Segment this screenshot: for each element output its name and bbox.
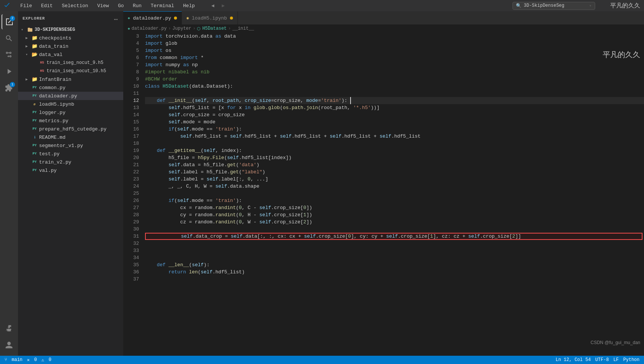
tree-item-logger[interactable]: PY logger.py xyxy=(18,108,123,117)
tree-root[interactable]: ▾ 3D-SKIPDENSESEG xyxy=(18,26,123,34)
tab-dataloader[interactable]: ◈ dataloader.py xyxy=(123,11,182,24)
code-line-14: self.crop_size = crop_size xyxy=(145,111,644,118)
code-line-22: self.label = h5_file.get("label") xyxy=(145,168,644,176)
sidebar: EXPLORER … ▾ 3D-SKIPDENSESEG ▶ 📁 checkpo… xyxy=(18,11,123,356)
tree-label4: InfantBrain xyxy=(39,77,71,82)
root-label: 3D-SKIPDENSESEG xyxy=(35,27,75,32)
metrics-label: metrics.py xyxy=(39,118,68,124)
navigation-back[interactable]: ◀ xyxy=(212,3,215,9)
tree-item-metrics[interactable]: PY metrics.py xyxy=(18,117,123,125)
tree-item-common[interactable]: PY common.py xyxy=(18,83,123,92)
bc-item-2[interactable]: Jupyter xyxy=(172,26,191,31)
code-line-4: import glob xyxy=(145,40,644,47)
code-line-5: import os xyxy=(145,47,644,54)
error-count: 0 xyxy=(34,357,37,362)
line-col[interactable]: Ln 12, Col 54 xyxy=(556,357,591,362)
menu-selection[interactable]: Selection xyxy=(60,2,89,9)
tree-label2: data_train xyxy=(39,44,68,49)
encoding[interactable]: UTF-8 xyxy=(595,357,609,362)
tree-item-data-val[interactable]: ▾ 📂 data_val xyxy=(18,50,123,59)
menu-file[interactable]: File xyxy=(19,2,33,9)
bc-item-4[interactable]: __init__ xyxy=(233,26,254,31)
bc-sep2: › xyxy=(193,26,195,31)
tree-item-segmentor[interactable]: PY segmentor_v1.py xyxy=(18,141,123,150)
language-mode[interactable]: Python xyxy=(623,357,639,362)
file-h5-icon: H5 xyxy=(39,60,45,66)
activity-account[interactable] xyxy=(2,338,17,353)
activity-explorer[interactable]: 2 xyxy=(2,14,17,29)
line-ending[interactable]: LF xyxy=(613,357,618,362)
file-py-icon7: PY xyxy=(32,151,38,157)
tab-modified-dot xyxy=(174,17,177,20)
code-line-28: cy = random.randint(0, H - self.crop_siz… xyxy=(145,211,644,218)
line-numbers: 34567 891011 12 1314151617 1819202122 23… xyxy=(123,33,142,356)
menu-view[interactable]: View xyxy=(96,2,110,9)
activity-source-control[interactable] xyxy=(2,47,17,62)
code-line-7: import numpy as np xyxy=(145,61,644,68)
file-py-icon4: PY xyxy=(32,118,38,124)
editor[interactable]: 34567 891011 12 1314151617 1819202122 23… xyxy=(123,33,644,356)
tree-item-h5-1[interactable]: H5 train_iseg_nocut_9.h5 xyxy=(18,59,123,67)
code-line-23: self.label = self.label[:, 0, ...] xyxy=(145,176,644,183)
bc-py-icon: ◈ xyxy=(128,26,130,31)
folder-open-icon: 📂 xyxy=(32,52,38,58)
bc-item-3[interactable]: H5Dataset xyxy=(202,26,227,31)
file-py-icon3: PY xyxy=(32,109,38,115)
file-h5-icon2: H5 xyxy=(39,68,45,74)
code-editor[interactable]: import torchvision.data as data import g… xyxy=(142,33,644,356)
file-py-icon5: PY xyxy=(32,126,38,132)
search-box[interactable]: 🔍 3D-SkipDenseSeg ▾ xyxy=(512,2,595,10)
tree-item-infantbrain[interactable]: ▶ 📁 InfantBrain xyxy=(18,75,123,83)
menu-edit[interactable]: Edit xyxy=(39,2,54,9)
code-line-15: self.mode = mode xyxy=(145,118,644,126)
activity-testing[interactable] xyxy=(2,321,17,336)
menu-run[interactable]: Run xyxy=(131,2,143,9)
tree-item-checkpoints[interactable]: ▶ 📁 checkpoints xyxy=(18,34,123,42)
activity-extensions[interactable]: 1 xyxy=(2,80,17,96)
file-md-icon: ℹ xyxy=(32,134,38,140)
tree-item-loadh5[interactable]: ⌀ loadH5.ipynb xyxy=(18,100,123,108)
watermark-title: 平凡的久久 xyxy=(610,2,640,10)
tree-item-dataloader[interactable]: PY dataloader.py xyxy=(18,92,123,100)
val-label: val.py xyxy=(39,168,57,173)
tree-item-data-train[interactable]: ▶ 📁 data_train xyxy=(18,42,123,50)
logger-label: logger.py xyxy=(39,110,65,115)
file-py-icon: PY xyxy=(32,85,38,91)
menu-go[interactable]: Go xyxy=(116,2,125,9)
navigation-forward[interactable]: ▶ xyxy=(222,3,225,9)
bc-sep1: › xyxy=(168,26,171,31)
tab-loadh5[interactable]: ◉ loadH5.ipynb xyxy=(182,11,238,24)
file-py-icon8: PY xyxy=(32,159,38,165)
git-branch-icon: ⑂ xyxy=(5,357,7,362)
code-line-17: self.hdf5_list = self.hdf5_list + self.h… xyxy=(145,133,644,140)
activity-run-debug[interactable] xyxy=(2,64,17,79)
menu-terminal[interactable]: Terminal xyxy=(149,2,175,9)
tabs-bar: ◈ dataloader.py ◉ loadH5.ipynb xyxy=(123,11,644,24)
sidebar-header: EXPLORER … xyxy=(18,11,123,26)
code-line-36: return len(self.hdf5_list) xyxy=(145,268,644,276)
tree-item-readme[interactable]: ℹ README.md xyxy=(18,133,123,141)
tree-item-test[interactable]: PY test.py xyxy=(18,150,123,158)
code-line-20: h5_file = h5py.File(self.hdf5_list[index… xyxy=(145,154,644,161)
bc-class-icon: ⬡ xyxy=(197,26,201,31)
search-text: 3D-SkipDenseSeg xyxy=(524,3,564,8)
h5-label1: train_iseg_nocut_9.h5 xyxy=(47,60,103,65)
explorer-title: EXPLORER xyxy=(23,16,45,21)
activity-search[interactable] xyxy=(2,31,17,46)
titlebar: File Edit Selection View Go Run Terminal… xyxy=(0,0,644,11)
activity-bar: 2 1 xyxy=(0,11,18,356)
menu-help[interactable]: Help xyxy=(181,2,196,9)
tab-loadh5-label: loadH5.ipynb xyxy=(192,15,227,21)
code-line-26: if(self.mode == 'train'): xyxy=(145,197,644,204)
tree-item-prepare[interactable]: PY prepare_hdf5_cutedge.py xyxy=(18,125,123,133)
tree-item-h5-2[interactable]: H5 train_iseg_nocut_10.h5 xyxy=(18,67,123,75)
tree-item-val[interactable]: PY val.py xyxy=(18,166,123,174)
bc-item-1[interactable]: dataloader.py xyxy=(132,26,167,31)
folder-icon xyxy=(27,27,33,33)
code-line-10: class H5Dataset(data.Dataset): xyxy=(145,83,644,90)
tree-item-train[interactable]: PY train_v2.py xyxy=(18,158,123,166)
new-file-icon[interactable]: … xyxy=(113,14,119,23)
code-line-25 xyxy=(145,190,644,197)
code-line-18 xyxy=(145,140,644,147)
file-ipynb-icon: ⌀ xyxy=(32,101,38,107)
